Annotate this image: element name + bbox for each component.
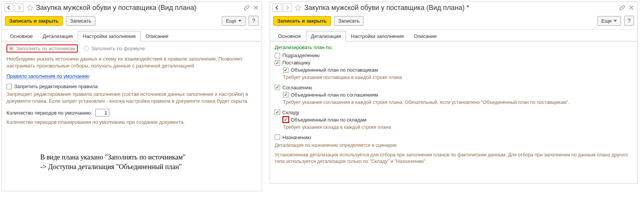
annotation-text: В виде плана указано "Заполнять по источ…	[40, 153, 185, 172]
checkbox-agreement[interactable]	[275, 85, 280, 90]
checkbox-department[interactable]	[275, 53, 280, 58]
annotation-line-1: В виде плана указано "Заполнять по источ…	[40, 153, 185, 162]
forbid-edit-description: Запрещает редактирование правила заполне…	[7, 91, 257, 104]
warehouse-hint: Требует указания склада в каждой строке …	[283, 124, 633, 131]
tab-detail[interactable]: Детализация	[38, 31, 78, 41]
content-area: Заполнять по источникам Заполнять по фор…	[2, 41, 262, 191]
checkbox-label: Объединенный план по складам	[291, 117, 366, 123]
close-icon[interactable]	[628, 4, 635, 11]
checkbox-warehouse[interactable]	[275, 110, 280, 115]
supplier-hint: Требует указания поставщика в каждой стр…	[283, 74, 633, 81]
nav-forward-button[interactable]	[283, 3, 292, 12]
periods-label: Количество периодов по умолчанию:	[7, 110, 92, 116]
nav-back-button[interactable]	[4, 3, 13, 12]
checkbox-label: Объединенный план по поставщикам	[291, 67, 378, 73]
more-button[interactable]: Еще	[597, 16, 621, 26]
checkbox-label: Назначению	[282, 135, 311, 140]
window-right: Закупка мужской обуви у поставщика (Вид …	[270, 2, 637, 184]
radio-description: Необходимо указать источники данных и сх…	[7, 56, 257, 69]
save-button[interactable]: Записать	[334, 16, 364, 26]
toolbar: Записать и закрыть Записать Еще ?	[2, 14, 262, 30]
link-icon[interactable]	[243, 4, 250, 11]
tab-description[interactable]: Описание	[141, 31, 174, 41]
titlebar: Закупка мужской обуви у поставщика (Вид …	[2, 2, 262, 14]
window-left: Закупка мужской обуви у поставщика (Вид …	[2, 2, 262, 191]
help-button[interactable]: ?	[624, 16, 634, 26]
tabs: Основное Детализация Настройки заполнени…	[270, 31, 637, 41]
more-button[interactable]: Еще	[222, 16, 246, 26]
annotation-line-2: -> Доступна детализация "Объединенный пл…	[40, 162, 185, 172]
tabs: Основное Детализация Настройки заполнени…	[2, 31, 262, 41]
checkbox-label: Подразделению	[282, 53, 320, 58]
agreement-hint: Требует указания соглашения в каждой стр…	[283, 99, 633, 106]
checkbox-combined-warehouses[interactable]	[283, 117, 288, 122]
link-icon[interactable]	[619, 4, 626, 11]
radio-fill-by-formula[interactable]: Заполнять по формуле	[84, 46, 145, 51]
checkbox-label: Запретить редактирование правила	[14, 84, 98, 89]
default-rule-link[interactable]: Правило заполнения по умолчанию	[7, 73, 89, 79]
window-title: Закупка мужской обуви у поставщика (Вид …	[36, 4, 242, 12]
radio-fill-by-sources[interactable]: Заполнять по источникам	[7, 44, 78, 53]
checkbox-combined-suppliers[interactable]	[283, 67, 288, 73]
checkbox-forbid-edit[interactable]	[7, 84, 12, 89]
tab-description[interactable]: Описание	[409, 31, 442, 41]
radio-icon	[84, 46, 89, 51]
help-button[interactable]: ?	[249, 16, 259, 26]
checkbox-label: Соглашению	[282, 85, 312, 90]
section-title: Детализировать план по:	[275, 44, 633, 50]
checkbox-supplier[interactable]	[275, 60, 280, 66]
tab-main[interactable]: Основное	[5, 31, 38, 41]
nav-forward-button[interactable]	[15, 3, 24, 12]
window-title: Закупка мужской обуви у поставщика (Вид …	[304, 4, 617, 12]
save-close-button[interactable]: Записать и закрыть	[273, 16, 331, 26]
periods-input[interactable]	[95, 109, 109, 117]
close-icon[interactable]	[252, 4, 259, 11]
checkbox-label: Складу	[282, 110, 299, 115]
favorite-star-icon[interactable]	[26, 4, 34, 11]
nav-back-button[interactable]	[272, 3, 282, 12]
checkbox-purpose[interactable]	[275, 135, 280, 140]
toolbar: Записать и закрыть Записать Еще ?	[270, 14, 637, 30]
titlebar: Закупка мужской обуви у поставщика (Вид …	[270, 2, 637, 14]
checkbox-label: Объединенный план по соглашениям	[291, 92, 378, 98]
checkbox-label: Поставщику	[282, 60, 310, 66]
radio-label: Заполнять по источникам	[16, 46, 75, 51]
checkbox-combined-agreements[interactable]	[283, 92, 288, 97]
purpose-hint: Детализация по назначению определяется в…	[275, 143, 633, 148]
periods-description: Количество периодов планирования по умол…	[7, 119, 257, 126]
save-close-button[interactable]: Записать и закрыть	[5, 16, 63, 26]
radio-label: Заполнять по формуле	[91, 46, 145, 51]
tab-fill-settings[interactable]: Настройки заполнения	[78, 31, 141, 41]
content-area: Детализировать план по: Подразделению По…	[270, 41, 637, 183]
tab-detail[interactable]: Детализация	[306, 31, 346, 41]
radio-icon	[9, 46, 14, 51]
footer-description: Установленная детализация используется д…	[275, 152, 633, 165]
favorite-star-icon[interactable]	[294, 4, 302, 11]
tab-fill-settings[interactable]: Настройки заполнения	[346, 31, 409, 41]
tab-main[interactable]: Основное	[273, 31, 306, 41]
save-button[interactable]: Записать	[66, 16, 96, 26]
